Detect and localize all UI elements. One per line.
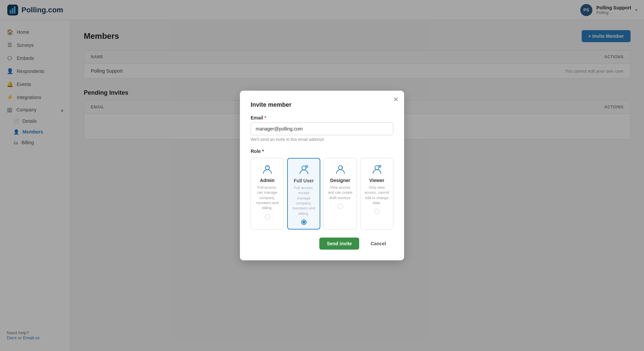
modal-title: Invite member [251, 101, 393, 108]
role-card-designer[interactable]: Designer View access and can create draf… [324, 158, 357, 230]
designer-role-name: Designer [327, 178, 353, 183]
email-label: Email * [251, 115, 393, 120]
invite-member-modal: ✕ Invite member Email * We'll send an in… [240, 91, 404, 260]
modal-footer: Send invite Cancel [251, 238, 393, 250]
cancel-button[interactable]: Cancel [363, 238, 393, 250]
designer-radio[interactable] [338, 204, 343, 209]
full-user-icon [298, 164, 310, 176]
viewer-radio[interactable] [374, 209, 380, 214]
email-field-group: Email * We'll send an invite to this ema… [251, 115, 393, 142]
role-card-admin[interactable]: Admin Full access, can manage company, m… [251, 158, 284, 230]
role-card-full-user[interactable]: Full User Full access, except manage com… [287, 158, 320, 230]
viewer-role-name: Viewer [364, 178, 390, 183]
admin-icon [261, 164, 273, 176]
full-user-radio[interactable] [301, 220, 307, 225]
admin-radio[interactable] [265, 214, 270, 220]
full-user-role-name: Full User [291, 178, 316, 183]
svg-point-11 [379, 166, 380, 167]
email-input[interactable] [251, 122, 393, 135]
svg-marker-5 [266, 165, 269, 168]
viewer-role-desc: Only view access, cannot edit or change … [364, 185, 390, 206]
admin-role-desc: Full access, can manage company, members… [254, 185, 280, 211]
designer-role-desc: View access and can create draft surveys… [327, 185, 353, 200]
modal-overlay: ✕ Invite member Email * We'll send an in… [0, 0, 644, 351]
modal-close-button[interactable]: ✕ [393, 96, 399, 103]
svg-point-8 [338, 166, 342, 170]
viewer-icon [371, 164, 383, 176]
admin-role-name: Admin [254, 178, 280, 183]
svg-point-9 [375, 166, 379, 170]
designer-icon [334, 164, 346, 176]
full-user-role-desc: Full access, except manage company, memb… [291, 185, 316, 216]
email-required-star: * [264, 115, 266, 120]
role-label: Role * [251, 149, 393, 154]
send-invite-button[interactable]: Send invite [319, 238, 359, 250]
email-hint: We'll send an invite to this email addre… [251, 137, 393, 142]
role-cards: Admin Full access, can manage company, m… [251, 158, 393, 230]
role-field-group: Role * Admin Full access, can manage com… [251, 149, 393, 230]
role-card-viewer[interactable]: Viewer Only view access, cannot edit or … [360, 158, 393, 230]
role-required-star: * [262, 149, 264, 154]
